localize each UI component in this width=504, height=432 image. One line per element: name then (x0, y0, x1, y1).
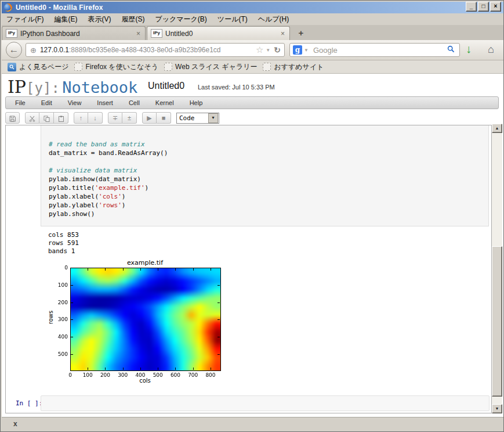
tick-mark (217, 268, 220, 268)
scissors-icon (29, 116, 35, 122)
move-cell-up-button[interactable]: ↑ (74, 112, 88, 124)
minimize-button[interactable]: _ (466, 2, 477, 12)
nb-menu-insert[interactable]: Insert (97, 99, 113, 106)
nb-menu-edit[interactable]: Edit (41, 99, 52, 106)
bookmark-label: よく見るページ (19, 62, 68, 72)
scrollbar-thumb[interactable] (492, 246, 502, 397)
notebook-title[interactable]: Untitled0 (148, 81, 184, 91)
logo-notebook: Notebook (62, 78, 137, 96)
bookmark-placeholder-icon (164, 63, 172, 71)
google-engine-icon[interactable]: g (293, 45, 302, 55)
bookmarks-bar: よく見るページ Firefox を使いこなそう Web スライス ギャラリー お… (2, 60, 503, 74)
tick-label: 800 (204, 372, 217, 378)
logo-y: [y]: (26, 80, 60, 96)
tick-mark (70, 368, 71, 370)
bookmark-most-visited[interactable]: よく見るページ (8, 62, 68, 72)
tab-close-icon[interactable]: × (136, 31, 140, 37)
bookmark-getting-started[interactable]: Firefox を使いこなそう (74, 62, 158, 72)
tab-label: IPython Dashboard (20, 30, 132, 38)
menu-view[interactable]: 表示(V) (88, 15, 111, 24)
code-editor[interactable]: # read the band as matrixdat_matrix = ba… (49, 140, 488, 218)
nb-menu-cell[interactable]: Cell (129, 99, 140, 106)
ipython-favicon: IPy (151, 29, 162, 38)
window-controls: _ □ × (465, 2, 501, 12)
output-line: cols 853 (48, 231, 79, 239)
page-content: IP[y]: Notebook Untitled0 Last saved: Ju… (2, 74, 503, 417)
menu-history[interactable]: 履歴(S) (121, 15, 144, 24)
code-cell-input[interactable]: # read the band as matrixdat_matrix = ba… (41, 125, 489, 226)
bookmark-star-icon[interactable]: ☆ (256, 45, 263, 55)
close-button[interactable]: × (490, 2, 501, 12)
window-title: Untitled0 - Mozilla Firefox (16, 3, 103, 12)
reload-icon[interactable]: ↻ (274, 45, 281, 55)
cell-type-value: Code (177, 114, 208, 122)
menu-help[interactable]: ヘルプ(H) (258, 15, 289, 24)
nb-menu-view[interactable]: View (68, 99, 82, 106)
tick-label: 500 (50, 351, 68, 357)
tick-mark (71, 268, 73, 268)
tick-mark (193, 368, 194, 370)
url-bar[interactable]: ⊕ 127.0.0.1 :8889/bc935e8e-a488-4303-8e0… (26, 43, 285, 57)
new-tab-button[interactable]: + (293, 28, 309, 39)
downloads-icon[interactable]: ↓ (466, 42, 472, 56)
tab-close-icon[interactable]: × (281, 31, 285, 37)
nb-menu-file[interactable]: File (15, 99, 26, 106)
tab-untitled0[interactable]: IPy Untitled0 × (147, 26, 290, 40)
addon-bar-close-button[interactable]: x (13, 420, 17, 428)
bookmark-label: Firefox を使いこなそう (85, 62, 158, 72)
addon-bar: x (2, 417, 503, 431)
nb-menu-help[interactable]: Help (190, 99, 203, 106)
last-saved-text: Last saved: Jul 10 5:33 PM (198, 84, 275, 91)
paste-cell-button[interactable] (54, 112, 68, 124)
code-line: pylab.xlabel('cols') (49, 192, 488, 201)
empty-cell-input[interactable] (41, 395, 490, 411)
ipython-logo[interactable]: IP[y]: Notebook (8, 77, 137, 97)
copy-cell-button[interactable] (39, 112, 54, 124)
maximize-button[interactable]: □ (478, 2, 489, 12)
tick-label: 100 (50, 282, 68, 288)
tab-ipython-dashboard[interactable]: IPy IPython Dashboard × (2, 26, 146, 40)
notebook-menu-bar: File Edit View Insert Cell Kernel Help (5, 96, 499, 109)
tick-label: 200 (98, 372, 112, 378)
notebook-toolbar: ↑ ↓ ∓ ± ▶ ■ Code ▼ (5, 111, 499, 125)
menu-file[interactable]: ファイル(F) (6, 15, 43, 24)
insert-cell-below-button[interactable]: ± (122, 112, 137, 124)
tick-mark (105, 368, 106, 370)
cell-type-select[interactable]: Code ▼ (176, 113, 219, 124)
interrupt-kernel-button[interactable]: ■ (157, 112, 171, 124)
url-dropdown-icon[interactable]: ▼ (266, 48, 270, 53)
save-button[interactable] (5, 112, 20, 124)
code-line: pylab.show() (49, 210, 488, 218)
insert-cell-above-button[interactable]: ∓ (108, 112, 122, 124)
bookmark-placeholder-icon (74, 63, 82, 71)
search-engine-dropdown-icon[interactable]: ▼ (304, 48, 309, 53)
copy-icon (43, 116, 50, 122)
clipboard-icon (58, 116, 64, 122)
scroll-down-arrow[interactable]: ▼ (492, 404, 502, 413)
select-dropdown-icon[interactable]: ▼ (208, 113, 218, 123)
search-bar[interactable]: g ▼ Google (289, 43, 460, 57)
search-magnifier-icon[interactable] (447, 45, 455, 55)
back-button[interactable]: ← (6, 42, 22, 58)
run-cell-button[interactable]: ▶ (142, 112, 157, 124)
menu-tools[interactable]: ツール(T) (217, 15, 248, 24)
tick-mark (140, 268, 141, 271)
tick-mark (71, 285, 73, 286)
move-cell-down-button[interactable]: ↓ (88, 112, 103, 124)
tick-label: 200 (50, 300, 68, 305)
scroll-up-arrow[interactable]: ▲ (492, 124, 502, 133)
cut-cell-button[interactable] (25, 112, 39, 124)
bookmark-web-slice-gallery[interactable]: Web スライス ギャラリー (164, 62, 257, 72)
output-line: bands 1 (48, 247, 79, 255)
home-icon[interactable]: ⌂ (488, 44, 494, 56)
tick-mark (88, 368, 88, 370)
tick-mark (105, 268, 106, 271)
nb-menu-kernel[interactable]: Kernel (155, 99, 174, 106)
tick-mark (217, 319, 220, 320)
vertical-scrollbar[interactable]: ▲ ▼ (492, 124, 502, 413)
menu-bookmarks[interactable]: ブックマーク(B) (155, 15, 206, 24)
bookmark-label: おすすめサイト (274, 62, 324, 72)
bookmark-suggested-sites[interactable]: おすすめサイト (263, 62, 324, 72)
tick-label: 700 (186, 372, 200, 378)
menu-edit[interactable]: 編集(E) (54, 15, 77, 24)
